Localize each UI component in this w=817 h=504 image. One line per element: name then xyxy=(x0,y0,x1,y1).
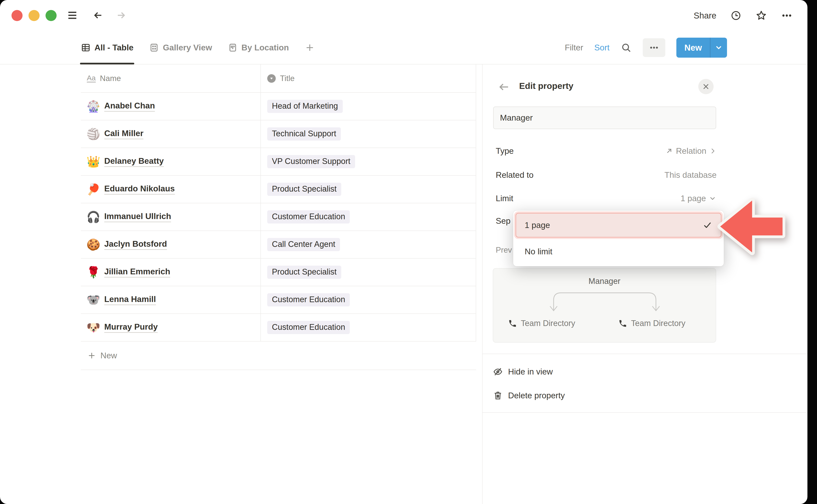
screenshot-stage: Share All - Table Gallery View xyxy=(0,0,817,504)
name-cell[interactable]: 🏐Cali Miller xyxy=(81,120,260,148)
nav-back-button[interactable] xyxy=(92,9,104,21)
page-name-link[interactable]: Cali Miller xyxy=(104,129,143,139)
title-cell[interactable]: Product Specialist xyxy=(260,176,476,203)
page-name-link[interactable]: Immanuel Ullrich xyxy=(104,212,171,222)
table-row[interactable]: 🏓Eduardo Nikolaus Product Specialist xyxy=(81,176,476,203)
clock-icon xyxy=(730,10,742,21)
database-table: Aa Name Title 🎡Anabel Chan Head of Marke… xyxy=(81,64,476,370)
option-label: 1 page xyxy=(525,221,550,230)
panel-divider xyxy=(482,64,483,504)
page-name-link[interactable]: Eduardo Nikolaus xyxy=(104,184,175,195)
view-options-button[interactable] xyxy=(643,38,665,57)
title-tag: VP Customer Support xyxy=(267,155,355,168)
dropdown-option-1-page[interactable]: 1 page xyxy=(516,214,721,237)
sort-button[interactable]: Sort xyxy=(594,43,610,52)
panel-back-button[interactable] xyxy=(498,81,510,93)
name-cell[interactable]: 👑Delaney Beatty xyxy=(81,148,260,175)
main-content: Aa Name Title 🎡Anabel Chan Head of Marke… xyxy=(0,64,807,504)
property-name-input[interactable] xyxy=(493,107,716,129)
title-tag: Customer Education xyxy=(267,321,350,334)
down-triangle-icon xyxy=(269,77,273,80)
share-button[interactable]: Share xyxy=(694,11,716,20)
sidebar-menu-button[interactable] xyxy=(66,9,78,21)
property-type-row[interactable]: Type Relation xyxy=(496,140,717,162)
branch-connector xyxy=(493,269,717,343)
tab-all-table[interactable]: All - Table xyxy=(81,31,133,64)
titlebar-actions: Share xyxy=(694,9,793,23)
title-tag: Product Specialist xyxy=(267,183,341,196)
title-tag: Product Specialist xyxy=(267,266,341,279)
delete-property-button[interactable]: Delete property xyxy=(493,384,748,407)
add-view-button[interactable] xyxy=(305,31,315,64)
name-cell[interactable]: 🌹Jillian Emmerich xyxy=(81,259,260,286)
new-button-dropdown[interactable] xyxy=(710,38,727,58)
gallery-view-icon xyxy=(149,43,159,53)
search-button[interactable] xyxy=(621,42,632,53)
ellipsis-icon xyxy=(649,42,659,53)
table-row[interactable]: 🐨Lenna Hamill Customer Education xyxy=(81,286,476,314)
name-cell[interactable]: 🏓Eduardo Nikolaus xyxy=(81,176,260,203)
phone-icon xyxy=(508,319,517,328)
name-cell[interactable]: 🍪Jaclyn Botsford xyxy=(81,231,260,258)
page-name-link[interactable]: Delaney Beatty xyxy=(104,156,164,167)
updates-button[interactable] xyxy=(730,10,742,21)
zoom-window-button[interactable] xyxy=(46,10,57,21)
table-row[interactable]: 🐶Murray Purdy Customer Education xyxy=(81,314,476,342)
title-cell[interactable]: VP Customer Support xyxy=(260,148,476,175)
table-row[interactable]: 🌹Jillian Emmerich Product Specialist xyxy=(81,259,476,286)
star-icon xyxy=(756,10,767,21)
titlebar: Share xyxy=(0,0,807,31)
property-related-row[interactable]: Related to This database xyxy=(496,164,717,186)
title-cell[interactable]: Head of Marketing xyxy=(260,93,476,120)
name-cell[interactable]: 🐶Murray Purdy xyxy=(81,314,260,341)
page-name-link[interactable]: Lenna Hamill xyxy=(104,295,156,305)
page-emoji: 🏐 xyxy=(87,128,100,140)
page-name-link[interactable]: Jillian Emmerich xyxy=(104,267,170,278)
page-emoji: 🏓 xyxy=(87,184,100,195)
nav-forward-button[interactable] xyxy=(115,9,127,21)
property-value: Relation xyxy=(665,146,717,156)
title-cell[interactable]: Customer Education xyxy=(260,314,476,341)
column-label: Title xyxy=(280,74,295,83)
column-header-name[interactable]: Aa Name xyxy=(81,64,260,92)
plus-icon xyxy=(87,351,96,360)
title-cell[interactable]: Product Specialist xyxy=(260,259,476,286)
table-row[interactable]: 👑Delaney Beatty VP Customer Support xyxy=(81,148,476,176)
panel-section-divider xyxy=(482,354,807,354)
close-window-button[interactable] xyxy=(11,10,23,21)
back-arrow-icon xyxy=(92,9,104,21)
title-cell[interactable]: Technical Support xyxy=(260,120,476,148)
filter-button[interactable]: Filter xyxy=(565,43,583,52)
page-name-link[interactable]: Jaclyn Botsford xyxy=(104,239,167,250)
property-limit-row[interactable]: Limit 1 page xyxy=(496,187,717,209)
name-cell[interactable]: 🐨Lenna Hamill xyxy=(81,286,260,313)
table-row[interactable]: 🍪Jaclyn Botsford Call Center Agent xyxy=(81,231,476,259)
favorite-button[interactable] xyxy=(756,10,767,21)
minimize-window-button[interactable] xyxy=(28,10,40,21)
name-cell[interactable]: 🎧Immanuel Ullrich xyxy=(81,203,260,231)
new-button-label[interactable]: New xyxy=(676,38,710,58)
title-cell[interactable]: Call Center Agent xyxy=(260,231,476,258)
panel-close-button[interactable] xyxy=(698,79,714,94)
title-cell[interactable]: Customer Education xyxy=(260,203,476,231)
new-row-button[interactable]: New xyxy=(81,342,476,370)
dropdown-option-no-limit[interactable]: No limit xyxy=(516,240,721,263)
preview-child-label: Team Directory xyxy=(521,319,575,328)
name-cell[interactable]: 🎡Anabel Chan xyxy=(81,93,260,120)
tab-by-location[interactable]: By Location xyxy=(228,31,289,64)
new-record-button[interactable]: New xyxy=(676,38,727,58)
page-emoji: 👑 xyxy=(87,156,100,167)
more-options-button[interactable] xyxy=(781,10,793,21)
page-name-link[interactable]: Murray Purdy xyxy=(104,322,158,333)
table-row[interactable]: 🎧Immanuel Ullrich Customer Education xyxy=(81,203,476,231)
title-cell[interactable]: Customer Education xyxy=(260,286,476,313)
tab-gallery-view[interactable]: Gallery View xyxy=(149,31,212,64)
table-row[interactable]: 🎡Anabel Chan Head of Marketing xyxy=(81,93,476,120)
title-tag: Head of Marketing xyxy=(267,100,343,113)
tab-label: All - Table xyxy=(94,43,133,52)
page-name-link[interactable]: Anabel Chan xyxy=(104,101,155,112)
hide-in-view-button[interactable]: Hide in view xyxy=(493,360,748,383)
column-header-title[interactable]: Title xyxy=(260,64,476,92)
table-row[interactable]: 🏐Cali Miller Technical Support xyxy=(81,120,476,148)
panel-title: Edit property xyxy=(519,81,573,91)
